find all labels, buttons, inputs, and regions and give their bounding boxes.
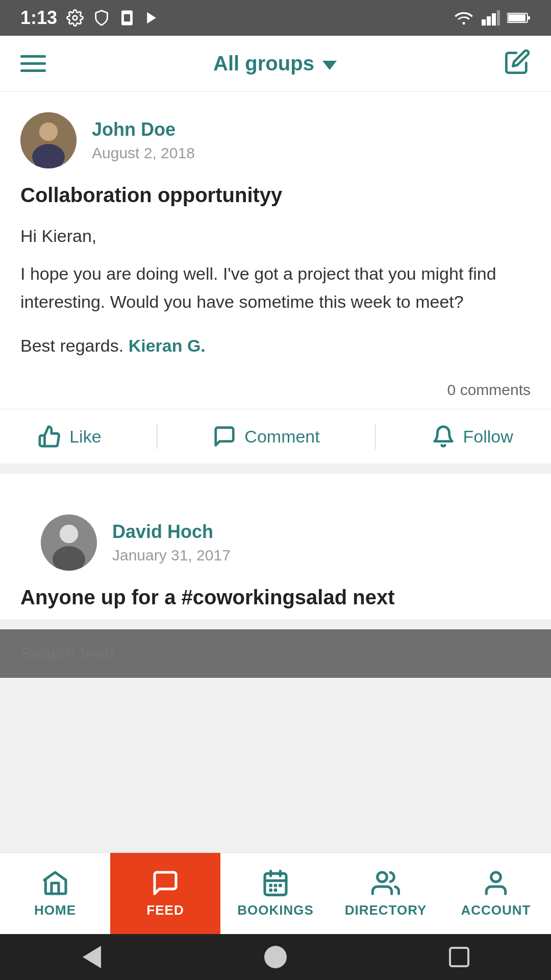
compose-button[interactable]	[504, 48, 531, 79]
recents-icon	[449, 947, 469, 967]
feed-icon	[151, 869, 180, 897]
group-selector[interactable]: All groups	[213, 52, 337, 75]
post-meta-1: John Doe August 2, 2018	[92, 119, 195, 162]
wifi-icon	[453, 9, 474, 27]
action-divider-1	[157, 424, 158, 449]
nav-label-feed: FEED	[146, 902, 184, 918]
svg-point-15	[39, 122, 58, 141]
avatar-david-hoch[interactable]	[41, 514, 97, 571]
like-icon	[38, 425, 61, 448]
post-author-1[interactable]: John Doe	[92, 119, 195, 140]
svg-rect-5	[487, 16, 491, 26]
recents-button[interactable]	[445, 943, 473, 971]
signature-link[interactable]: Kieran G.	[129, 336, 206, 355]
status-time: 1:13	[20, 7, 57, 29]
status-bar: 1:13	[0, 0, 551, 36]
post-header-1: John Doe August 2, 2018	[0, 92, 551, 179]
nav-item-feed[interactable]: FEED	[110, 853, 220, 934]
nav-item-bookings[interactable]: BOOKINGS	[220, 853, 331, 934]
bell-icon	[432, 425, 455, 448]
post-date-1: August 2, 2018	[92, 144, 195, 162]
svg-point-29	[378, 872, 387, 882]
battery-icon	[507, 9, 531, 27]
svg-rect-2	[124, 14, 130, 22]
home-system-button[interactable]	[262, 943, 290, 971]
svg-point-30	[491, 872, 501, 882]
post-title-1: Collaboration opportunityy	[20, 184, 531, 207]
follow-button[interactable]: Follow	[432, 425, 513, 448]
directory-icon	[371, 869, 400, 897]
back-button[interactable]	[78, 943, 106, 971]
menu-button[interactable]	[20, 55, 46, 72]
group-title: All groups	[213, 52, 314, 75]
post-card-2: David Hoch January 31, 2017 Anyone up fo…	[0, 474, 551, 619]
bookings-icon	[261, 869, 290, 897]
svg-rect-10	[528, 16, 530, 19]
account-icon	[482, 869, 510, 897]
top-bar: All groups	[0, 36, 551, 92]
post-stats-1: 0 comments	[0, 371, 551, 409]
svg-rect-9	[508, 14, 525, 21]
sim-icon	[119, 9, 135, 27]
post-card-1: John Doe August 2, 2018 Collaboration op…	[0, 92, 551, 463]
svg-marker-3	[147, 12, 156, 24]
svg-point-0	[73, 16, 78, 20]
post-greeting-1: Hi Kieran,	[20, 222, 531, 250]
comment-button[interactable]: Comment	[213, 425, 319, 448]
post-title-2: Anyone up for a #coworkingsalad next	[20, 581, 531, 619]
post-header-2: David Hoch January 31, 2017	[20, 494, 531, 581]
signal-icon	[482, 9, 500, 27]
nav-item-directory[interactable]: DIRECTORY	[331, 853, 441, 934]
post-meta-2: David Hoch January 31, 2017	[112, 521, 231, 564]
post-author-2[interactable]: David Hoch	[112, 521, 231, 543]
shield-icon	[93, 9, 110, 27]
bottom-nav: HOME FEED BOOKINGS DIRECTORY	[0, 852, 551, 934]
nav-label-bookings: BOOKINGS	[237, 902, 314, 918]
svg-rect-4	[482, 19, 486, 26]
avatar-john-doe[interactable]	[20, 112, 77, 168]
post-date-2: January 31, 2017	[112, 547, 231, 564]
like-button[interactable]: Like	[38, 425, 101, 448]
back-icon	[83, 946, 101, 968]
nav-label-account: ACCOUNT	[461, 902, 531, 918]
settings-icon	[66, 9, 84, 27]
home-icon	[41, 869, 69, 897]
svg-point-19	[60, 525, 78, 543]
play-icon	[144, 9, 159, 27]
nav-label-directory: DIRECTORY	[345, 902, 427, 918]
comment-icon	[213, 425, 236, 448]
chevron-down-icon	[322, 61, 337, 70]
search-overlay	[0, 629, 551, 678]
system-nav	[0, 934, 551, 980]
nav-item-account[interactable]: ACCOUNT	[441, 853, 551, 934]
svg-rect-6	[492, 13, 496, 26]
feed-content: John Doe August 2, 2018 Collaboration op…	[0, 92, 551, 852]
post-content-1: I hope you are doing well. I've got a pr…	[20, 260, 531, 315]
post-signature-1: Best regards. Kieran G.	[20, 336, 531, 356]
action-divider-2	[375, 424, 376, 449]
nav-label-home: HOME	[34, 902, 76, 918]
search-input[interactable]	[20, 644, 531, 664]
nav-item-home[interactable]: HOME	[0, 853, 110, 934]
post-body-1: Collaboration opportunityy Hi Kieran, I …	[0, 179, 551, 371]
home-system-icon	[264, 946, 287, 968]
svg-rect-7	[497, 10, 500, 26]
post-actions-1: Like Comment Follow	[0, 409, 551, 463]
